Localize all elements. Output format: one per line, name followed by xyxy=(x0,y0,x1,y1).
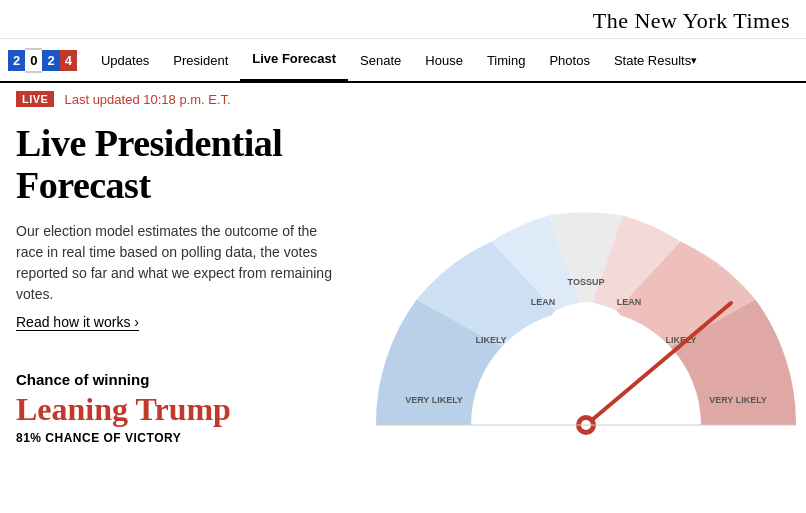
year-digit-4: 4 xyxy=(60,50,77,71)
label-rep-lean: LEAN xyxy=(617,297,642,307)
page-title: Live Presidential Forecast xyxy=(16,123,356,207)
gauge-sections xyxy=(376,212,796,445)
nav-state-results[interactable]: State Results xyxy=(602,38,709,82)
main-content: Live Presidential Forecast Our election … xyxy=(0,115,806,445)
nav-house[interactable]: House xyxy=(413,38,475,82)
year-digit-2a: 2 xyxy=(8,50,25,71)
nav-updates[interactable]: Updates xyxy=(89,38,161,82)
nav-senate[interactable]: Senate xyxy=(348,38,413,82)
left-panel: Live Presidential Forecast Our election … xyxy=(16,115,356,445)
live-bar: LIVE Last updated 10:18 p.m. E.T. xyxy=(0,83,806,115)
nav-live-forecast[interactable]: Live Forecast xyxy=(240,38,348,82)
year-badge[interactable]: 2 0 2 4 xyxy=(8,48,77,73)
live-badge: LIVE xyxy=(16,91,54,107)
label-rep-very-likely: VERY LIKELY xyxy=(709,395,767,405)
nav-bar: 2 0 2 4 Updates President Live Forecast … xyxy=(0,39,806,83)
gauge-container: VERY LIKELY LIKELY LEAN TOSSUP LEAN LIKE… xyxy=(376,185,796,445)
leaning-result: Leaning Trump xyxy=(16,392,356,427)
description-text: Our election model estimates the outcome… xyxy=(16,221,336,305)
nav-president[interactable]: President xyxy=(161,38,240,82)
last-updated-text: Last updated 10:18 p.m. E.T. xyxy=(64,92,230,107)
label-dem-likely: LIKELY xyxy=(475,335,506,345)
nav-timing[interactable]: Timing xyxy=(475,38,538,82)
header: The New York Times xyxy=(0,0,806,39)
label-dem-very-likely: VERY LIKELY xyxy=(405,395,463,405)
year-digit-0: 0 xyxy=(25,48,42,73)
label-dem-lean: LEAN xyxy=(531,297,556,307)
read-how-link[interactable]: Read how it works › xyxy=(16,314,139,331)
label-tossup: TOSSUP xyxy=(568,277,605,287)
nyt-logo: The New York Times xyxy=(593,8,790,34)
year-digit-2b: 2 xyxy=(42,50,59,71)
nav-photos[interactable]: Photos xyxy=(537,38,601,82)
victory-percentage: 81% CHANCE OF VICTORY xyxy=(16,431,356,445)
chance-label: Chance of winning xyxy=(16,371,356,388)
right-panel: VERY LIKELY LIKELY LEAN TOSSUP LEAN LIKE… xyxy=(376,115,796,445)
gauge-svg: VERY LIKELY LIKELY LEAN TOSSUP LEAN LIKE… xyxy=(376,185,796,445)
